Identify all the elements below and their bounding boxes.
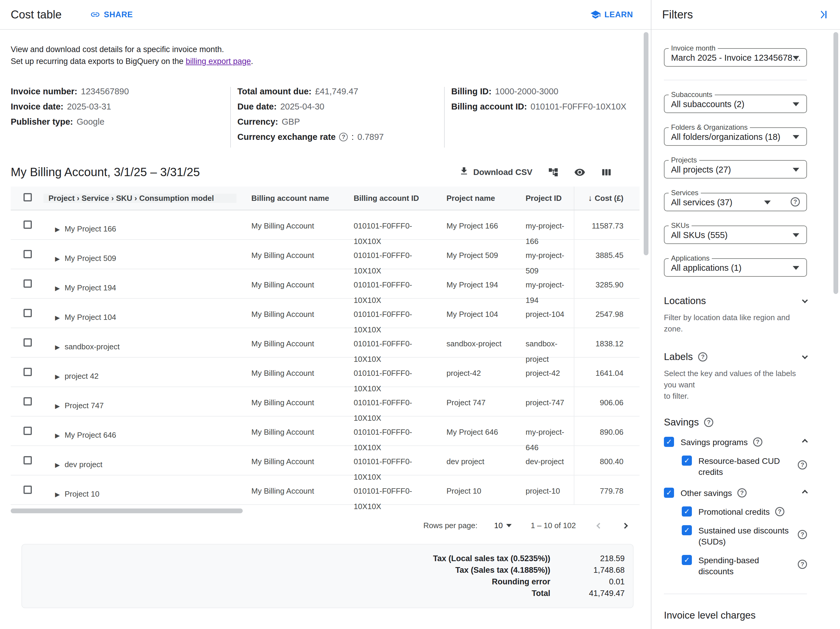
savings-programs-help-icon[interactable] xyxy=(753,438,763,447)
row-project-label[interactable]: sandbox-project xyxy=(65,339,120,354)
column-header-billing-account-id[interactable]: Billing account ID xyxy=(354,194,447,203)
column-header-cost[interactable]: Cost (£) xyxy=(574,186,639,210)
next-page-button[interactable] xyxy=(623,524,627,528)
intro-text: View and download cost details for a spe… xyxy=(11,43,639,67)
skus-select[interactable]: SKUs All SKUs (555) xyxy=(664,226,807,244)
group-hierarchy-icon[interactable] xyxy=(548,167,559,178)
collapse-panel-button[interactable] xyxy=(817,9,829,21)
exchange-rate-value: 0.7897 xyxy=(358,133,384,141)
savings-programs-checkbox[interactable] xyxy=(664,437,674,447)
invoice-summary-col-1: Invoice number:1234567890 Invoice date:2… xyxy=(11,87,230,148)
dropdown-caret-icon xyxy=(793,168,799,172)
sustained-use-discounts-checkbox[interactable] xyxy=(682,525,692,535)
page-range: 1 – 10 of 102 xyxy=(531,521,576,530)
column-header-billing-account-name[interactable]: Billing account name xyxy=(251,194,354,203)
link-icon xyxy=(90,9,100,20)
labels-section-header[interactable]: Labels xyxy=(664,351,807,362)
row-checkbox[interactable] xyxy=(24,485,32,494)
expand-row-icon[interactable] xyxy=(55,398,60,414)
row-project-label[interactable]: Project 10 xyxy=(65,486,99,502)
projects-select[interactable]: Projects All projects (27) xyxy=(664,160,807,179)
locations-section-header[interactable]: Locations xyxy=(664,295,807,307)
expand-row-icon[interactable] xyxy=(55,310,60,326)
row-project-label[interactable]: dev project xyxy=(65,457,102,472)
row-checkbox[interactable] xyxy=(24,338,32,347)
row-checkbox[interactable] xyxy=(24,250,32,258)
share-button[interactable]: SHARE xyxy=(90,9,133,20)
column-settings-icon[interactable] xyxy=(601,167,611,178)
row-checkbox[interactable] xyxy=(24,427,32,435)
column-header-project-service-sku[interactable]: Project › Service › SKU › Consumption mo… xyxy=(43,194,237,203)
folders-organizations-select[interactable]: Folders & Organizations All folders/orga… xyxy=(664,127,807,146)
row-cost: 890.06 xyxy=(574,417,639,446)
other-savings-help-icon[interactable] xyxy=(737,488,747,498)
select-all-checkbox[interactable] xyxy=(24,193,32,201)
help-icon xyxy=(798,559,807,569)
billing-id-value: 1000-2000-3000 xyxy=(495,87,558,96)
savings-section-header: Savings xyxy=(664,417,807,428)
expand-row-icon[interactable] xyxy=(55,221,60,237)
collapse-group-button[interactable] xyxy=(803,488,807,495)
collapse-group-button[interactable] xyxy=(803,437,807,444)
services-select[interactable]: Services All services (37) xyxy=(664,193,807,211)
row-checkbox[interactable] xyxy=(24,368,32,376)
expand-row-icon[interactable] xyxy=(55,486,60,502)
promotional-credits-checkbox[interactable] xyxy=(682,506,692,517)
panel-collapse-icon xyxy=(817,9,829,21)
expand-row-icon[interactable] xyxy=(55,457,60,473)
billing-account-id-value: 010101-F0FFF0-10X10X xyxy=(531,102,627,111)
invoice-month-select[interactable]: Invoice month March 2025 - Invoice 12345… xyxy=(664,48,807,66)
other-savings-row: Other savings xyxy=(664,488,807,499)
chevron-right-icon xyxy=(622,523,628,529)
other-savings-checkbox[interactable] xyxy=(664,488,674,498)
row-checkbox[interactable] xyxy=(24,397,32,406)
expand-row-icon[interactable] xyxy=(55,339,60,355)
row-cost: 2547.98 xyxy=(574,299,639,328)
billing-export-link[interactable]: billing export page xyxy=(186,57,251,66)
table-row: My Project 509 My Billing Account 010101… xyxy=(11,240,639,269)
spending-based-discounts-checkbox[interactable] xyxy=(682,555,692,565)
column-header-project-id[interactable]: Project ID xyxy=(526,194,574,203)
subaccounts-select[interactable]: Subaccounts All subaccounts (2) xyxy=(664,95,807,113)
expand-row-icon[interactable] xyxy=(55,280,60,296)
row-checkbox[interactable] xyxy=(24,456,32,465)
row-project-label[interactable]: My Project 166 xyxy=(65,221,116,237)
row-checkbox[interactable] xyxy=(24,309,32,317)
savings-help-icon[interactable] xyxy=(704,418,713,427)
filters-vertical-scrollbar[interactable] xyxy=(834,32,838,294)
main-vertical-scrollbar[interactable] xyxy=(644,32,649,255)
row-project-label[interactable]: My Project 509 xyxy=(65,251,116,266)
row-project-label[interactable]: My Project 104 xyxy=(65,310,116,325)
column-header-project-name[interactable]: Project name xyxy=(447,194,526,203)
invoice-month-select-value: March 2025 - Invoice 12345678… xyxy=(671,53,801,63)
row-project-label[interactable]: My Project 646 xyxy=(65,427,116,443)
dropdown-caret-icon xyxy=(793,233,799,237)
savings-programs-row: Savings programs xyxy=(664,437,807,448)
row-checkbox[interactable] xyxy=(24,220,32,229)
resource-cud-help[interactable] xyxy=(798,460,807,469)
row-project-label[interactable]: Project 747 xyxy=(65,398,104,413)
sustained-use-help[interactable] xyxy=(798,530,807,539)
row-project-label[interactable]: project 42 xyxy=(65,368,98,384)
total-due-value: £41,749.47 xyxy=(315,87,358,96)
tax-sales-label: Tax (Sales tax (4.1885%)) xyxy=(455,564,550,576)
tax-local-label: Tax (Local sales tax (0.5235%)) xyxy=(433,553,550,564)
learn-button[interactable]: LEARN xyxy=(590,9,633,20)
labels-help-icon[interactable] xyxy=(698,352,707,362)
promotional-credits-label: Promotional credits xyxy=(698,506,770,517)
download-csv-button[interactable]: Download CSV xyxy=(459,166,532,178)
previous-page-button[interactable] xyxy=(597,524,602,528)
services-help-icon[interactable] xyxy=(791,197,800,207)
expand-row-icon[interactable] xyxy=(55,427,60,443)
exchange-rate-help-icon[interactable] xyxy=(339,133,348,141)
expand-row-icon[interactable] xyxy=(55,251,60,267)
visibility-icon[interactable] xyxy=(574,167,586,178)
spending-based-help[interactable] xyxy=(798,559,807,569)
rows-per-page-select[interactable]: 10 xyxy=(494,521,512,530)
resource-cud-credits-checkbox[interactable] xyxy=(682,455,692,466)
applications-select[interactable]: Applications All applications (1) xyxy=(664,258,807,277)
row-checkbox[interactable] xyxy=(24,280,32,288)
expand-row-icon[interactable] xyxy=(55,368,60,384)
row-project-label[interactable]: My Project 194 xyxy=(65,280,116,296)
promotional-credits-help-icon[interactable] xyxy=(775,507,785,516)
